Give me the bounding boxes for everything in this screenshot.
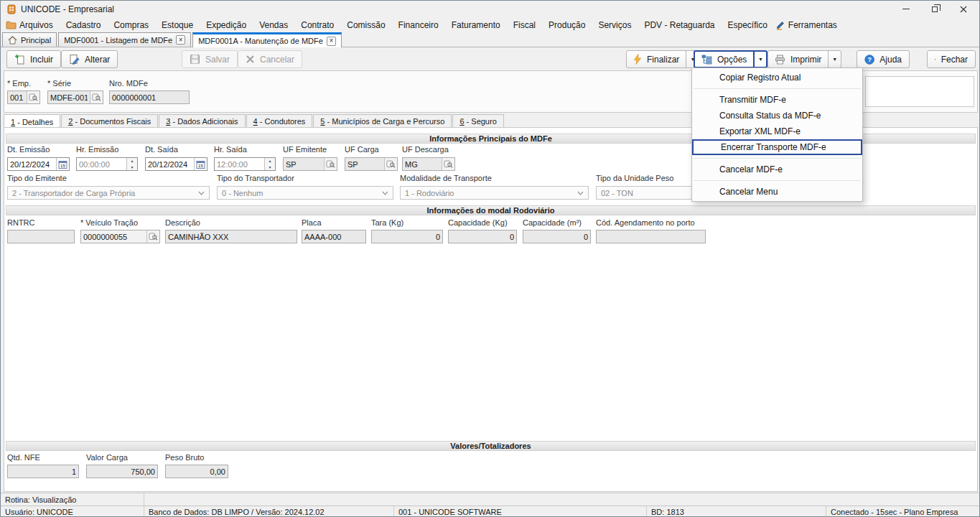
lookup-icon[interactable]	[442, 158, 454, 170]
menu-compras[interactable]: Compras	[107, 20, 155, 30]
hr-saida-field[interactable]: ▴▾	[214, 157, 276, 171]
qtd-nfe-input[interactable]	[8, 465, 78, 478]
lookup-icon[interactable]	[90, 91, 103, 103]
menu-item-cancelar-mdfe[interactable]: Cancelar MDF-e	[692, 162, 862, 177]
menu-item-cancelar-menu[interactable]: Cancelar Menu	[692, 184, 862, 200]
dt-saida-input[interactable]	[146, 158, 194, 170]
imprimir-button[interactable]: Imprimir	[768, 51, 828, 67]
emp-field[interactable]	[7, 90, 40, 104]
tara-input[interactable]	[372, 230, 442, 243]
hr-saida-input[interactable]	[215, 158, 264, 170]
imprimir-dropdown-arrow[interactable]: ▼	[828, 51, 841, 67]
uf-carga-field[interactable]	[345, 157, 398, 171]
menu-contrato[interactable]: Contrato	[294, 20, 340, 30]
minimize-button[interactable]	[892, 1, 920, 17]
peso-bruto-field[interactable]	[165, 465, 228, 478]
menu-pdv-retaguarda[interactable]: PDV - Retaguarda	[638, 20, 721, 30]
tab-mdf0001-listagem[interactable]: MDF0001 - Listagem de MDFe ×	[58, 32, 191, 47]
lookup-icon[interactable]	[27, 91, 39, 103]
salvar-button[interactable]: Salvar	[182, 50, 238, 68]
menu-item-copiar-registro-atual[interactable]: Copiar Registro Atual	[692, 70, 862, 85]
menu-producao[interactable]: Produção	[542, 20, 592, 30]
uf-emitente-field[interactable]	[283, 157, 337, 171]
menu-estoque[interactable]: Estoque	[155, 20, 200, 30]
veiculo-field[interactable]	[80, 230, 160, 243]
calendar-icon[interactable]: 15	[194, 158, 207, 170]
lookup-icon[interactable]	[146, 230, 159, 243]
menu-comissao[interactable]: Comissão	[340, 20, 391, 30]
close-tab-icon[interactable]: ×	[176, 35, 185, 45]
opcoes-button[interactable]: Opções	[695, 52, 753, 67]
cod-agendamento-field[interactable]	[596, 230, 706, 243]
tab-dados-adicionais[interactable]: 3 - Dados Adicionais	[159, 114, 245, 128]
close-tab-icon[interactable]: ×	[327, 37, 336, 46]
menu-item-transmitir-mdfe[interactable]: Transmitir MDF-e	[692, 92, 862, 108]
menu-arquivos[interactable]: Arquivos	[17, 20, 60, 30]
nro-mdfe-field[interactable]	[109, 90, 190, 104]
close-button[interactable]	[949, 1, 978, 17]
valor-carga-input[interactable]	[87, 465, 157, 478]
descricao-field[interactable]	[165, 230, 297, 243]
tab-seguro[interactable]: 6 - Seguro	[452, 114, 503, 128]
time-spinner[interactable]: ▴▾	[264, 158, 275, 170]
tipo-emitente-select[interactable]: 2 - Transportador de Carga Própria	[7, 186, 210, 200]
capacidade-kg-field[interactable]	[448, 230, 517, 243]
emp-input[interactable]	[8, 91, 27, 103]
fechar-button[interactable]: Fechar	[927, 50, 976, 68]
cancelar-button[interactable]: Cancelar	[238, 50, 302, 68]
tab-principal[interactable]: Principal	[2, 32, 57, 47]
tipo-transportador-select[interactable]: 0 - Nenhum	[217, 186, 393, 200]
finalizar-split-button[interactable]: Finalizar ▼	[626, 50, 699, 68]
peso-bruto-input[interactable]	[166, 465, 228, 478]
hr-emissao-input[interactable]	[77, 158, 126, 170]
capacidade-m3-field[interactable]	[523, 230, 591, 243]
imprimir-split-button[interactable]: Imprimir ▼	[767, 50, 841, 68]
serie-field[interactable]	[47, 90, 103, 104]
rntrc-field[interactable]	[7, 230, 75, 243]
menu-faturamento[interactable]: Faturamento	[445, 20, 507, 30]
cod-agendamento-input[interactable]	[597, 230, 705, 243]
tab-detalhes[interactable]: 1 - Detalhes	[4, 114, 60, 129]
placa-field[interactable]	[302, 230, 366, 243]
tara-field[interactable]	[371, 230, 443, 243]
menu-ferramentas[interactable]: Ferramentas	[785, 20, 844, 30]
uf-descarga-input[interactable]	[403, 158, 442, 170]
dt-emissao-field[interactable]: 15	[7, 157, 70, 171]
menu-vendas[interactable]: Vendas	[253, 20, 294, 30]
rntrc-input[interactable]	[8, 230, 74, 243]
menu-cadastro[interactable]: Cadastro	[60, 20, 108, 30]
opcoes-split-button[interactable]: Opções ▼	[694, 50, 767, 68]
menu-servicos[interactable]: Serviços	[592, 20, 638, 30]
time-spinner[interactable]: ▴▾	[126, 158, 137, 170]
hr-emissao-field[interactable]: ▴▾	[76, 157, 138, 171]
modalidade-select[interactable]: 1 - Rodoviário	[400, 186, 589, 200]
uf-carga-input[interactable]	[345, 158, 384, 170]
nro-mdfe-input[interactable]	[110, 91, 189, 103]
menu-item-encerrar-transporte-mdfe[interactable]: Encerrar Transporte MDF-e	[692, 139, 862, 155]
placa-input[interactable]	[302, 230, 365, 243]
restore-button[interactable]	[920, 1, 949, 17]
alterar-button[interactable]: Alterar	[61, 50, 118, 68]
valor-carga-field[interactable]	[86, 465, 158, 478]
tab-condutores[interactable]: 4 - Condutores	[246, 114, 313, 128]
menu-fiscal[interactable]: Fiscal	[507, 20, 542, 30]
qtd-nfe-field[interactable]	[7, 465, 79, 478]
menu-financeiro[interactable]: Financeiro	[392, 20, 445, 30]
tab-municipios[interactable]: 5 - Municípios de Carga e Percurso	[313, 114, 452, 128]
opcoes-dropdown-arrow[interactable]: ▼	[753, 52, 766, 67]
capacidade-kg-input[interactable]	[449, 230, 516, 243]
incluir-button[interactable]: Incluir	[6, 50, 61, 68]
tab-mdf0001a-manutencao[interactable]: MDF0001A - Manutenção de MDFe ×	[192, 32, 342, 47]
lookup-icon[interactable]	[324, 158, 337, 170]
ajuda-button[interactable]: ? Ajuda	[857, 50, 910, 68]
menu-especifico[interactable]: Específico	[721, 20, 773, 30]
lookup-icon[interactable]	[384, 158, 397, 170]
uf-emitente-input[interactable]	[284, 158, 324, 170]
finalizar-button[interactable]: Finalizar	[627, 51, 686, 67]
serie-input[interactable]	[48, 91, 90, 103]
descricao-input[interactable]	[166, 230, 297, 243]
capacidade-m3-input[interactable]	[523, 230, 590, 243]
veiculo-input[interactable]	[81, 230, 146, 243]
menu-item-consulta-status-mdfe[interactable]: Consulta Status da MDF-e	[692, 108, 862, 124]
menu-item-exportar-xml-mdfe[interactable]: Exportar XML MDF-e	[692, 124, 862, 139]
